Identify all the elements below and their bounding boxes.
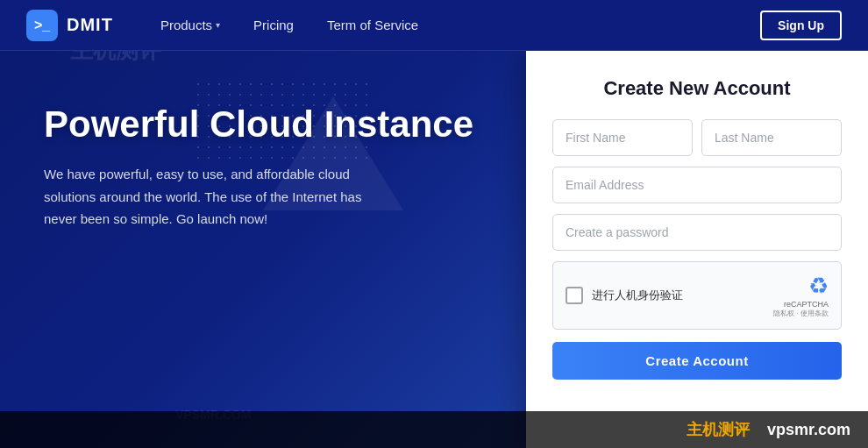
form-title: Create New Account: [552, 77, 842, 100]
navbar: >_ DMIT Products ▾ Pricing Term of Servi…: [0, 0, 868, 51]
hero-description: We have powerful, easy to use, and affor…: [44, 163, 377, 231]
captcha-left: 进行人机身份验证: [566, 287, 683, 304]
overlay-url-text: vpsmr.com: [767, 421, 850, 439]
recaptcha-icon: ♻: [808, 273, 829, 299]
name-row: [552, 119, 842, 156]
signup-form-panel: Create New Account 进行人机身份验证 ♻ reCAPTCHA …: [526, 51, 868, 448]
last-name-input[interactable]: [701, 119, 842, 156]
hero-section: Powerful Cloud Instance We have powerful…: [0, 51, 526, 448]
main-content: Powerful Cloud Instance We have powerful…: [0, 51, 868, 448]
captcha-label: 进行人机身份验证: [592, 288, 683, 303]
hero-title: Powerful Cloud Instance: [44, 103, 491, 146]
nav-pricing[interactable]: Pricing: [241, 11, 306, 39]
recaptcha-logo: ♻ reCAPTCHA 隐私权 · 使用条款: [773, 273, 829, 318]
recaptcha-links: 隐私权 · 使用条款: [773, 309, 829, 318]
signup-button[interactable]: Sign Up: [760, 11, 842, 40]
recaptcha-text: reCAPTCHA: [773, 300, 829, 309]
create-account-button[interactable]: Create Account: [552, 342, 842, 380]
overlay-chinese-text: 主机测评: [687, 419, 750, 440]
nav-tos[interactable]: Term of Service: [315, 11, 430, 39]
nav-links: Products ▾ Pricing Term of Service: [148, 11, 760, 39]
password-input[interactable]: [552, 214, 842, 251]
logo-text: DMIT: [67, 15, 113, 35]
nav-products[interactable]: Products ▾: [148, 11, 232, 39]
logo-area[interactable]: >_ DMIT: [26, 10, 113, 41]
bottom-watermark-overlay: 主机测评 vpsmr.com: [0, 411, 868, 448]
captcha-checkbox[interactable]: [566, 287, 583, 304]
chevron-down-icon: ▾: [216, 20, 220, 30]
first-name-input[interactable]: [552, 119, 693, 156]
email-row: [552, 167, 842, 203]
captcha-box[interactable]: 进行人机身份验证 ♻ reCAPTCHA 隐私权 · 使用条款: [552, 261, 842, 330]
email-input[interactable]: [552, 167, 842, 203]
password-row: [552, 214, 842, 251]
logo-icon: >_: [26, 10, 58, 41]
